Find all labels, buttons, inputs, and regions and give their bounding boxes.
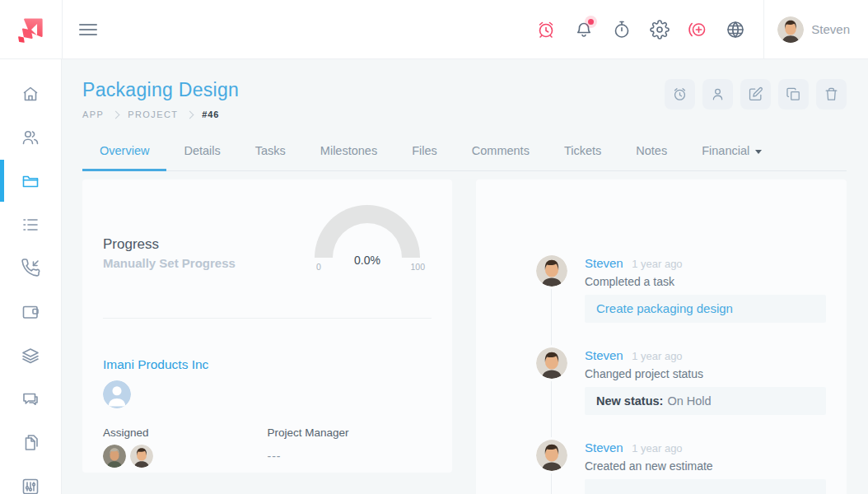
breadcrumb-project[interactable]: PROJECT xyxy=(128,110,178,119)
settings-gear-icon[interactable] xyxy=(650,20,670,40)
status-value: On Hold xyxy=(667,394,711,408)
progress-gauge: 0.0% 0 100 xyxy=(310,200,425,272)
page-actions xyxy=(665,79,847,110)
divider xyxy=(103,318,432,319)
pages-icon xyxy=(21,433,40,453)
edit-button[interactable] xyxy=(740,79,771,110)
activity-item: Steven 1 year ago Created an new estimat… xyxy=(497,440,826,494)
tab-overview[interactable]: Overview xyxy=(100,144,149,170)
user-menu[interactable]: Steven xyxy=(764,16,868,43)
wallet-icon xyxy=(21,302,40,322)
gauge-arc xyxy=(310,200,425,259)
user-link[interactable]: Steven xyxy=(585,256,623,270)
activity-detail-box: New status:On Hold xyxy=(585,387,826,415)
project-manager-value: --- xyxy=(268,450,432,463)
sidebar-item-payments[interactable] xyxy=(0,290,61,333)
caret-down-icon xyxy=(755,150,762,154)
sidebar-item-calls[interactable] xyxy=(0,246,61,290)
globe-icon[interactable] xyxy=(726,20,745,40)
sidebar-item-home[interactable] xyxy=(0,72,61,115)
sidebar-item-clients[interactable] xyxy=(0,115,61,159)
menu-toggle-button[interactable] xyxy=(72,14,104,45)
chat-icon xyxy=(21,389,40,409)
sidebar-item-tasks[interactable] xyxy=(0,203,61,246)
user-avatar xyxy=(777,16,804,43)
activity-action: Completed a task xyxy=(585,274,826,289)
sidebar-nav xyxy=(0,59,62,494)
project-manager-label: Project Manager xyxy=(268,426,432,439)
user-link[interactable]: Steven xyxy=(585,348,623,362)
activity-timestamp: 1 year ago xyxy=(632,258,682,270)
notifications-bell-icon[interactable] xyxy=(574,20,594,40)
activity-timestamp: 1 year ago xyxy=(632,350,682,362)
page-title: Packaging Design xyxy=(82,79,239,101)
timer-icon[interactable] xyxy=(612,20,632,40)
breadcrumb-current: #46 xyxy=(202,110,219,119)
activity-action: Created an new estimate xyxy=(585,459,826,473)
copy-icon xyxy=(786,86,801,102)
activity-item: Steven 1 year ago Changed project status… xyxy=(497,347,826,415)
alarm-clock-icon[interactable] xyxy=(536,20,556,40)
user-link[interactable]: Steven xyxy=(585,440,623,454)
list-icon xyxy=(21,215,40,235)
layers-icon xyxy=(21,346,40,366)
activity-action: Changed project status xyxy=(585,366,826,381)
main-content: Packaging Design APP PROJECT #46 xyxy=(63,59,868,494)
users-icon xyxy=(21,128,40,147)
client-avatar-placeholder xyxy=(103,380,131,408)
sidebar-item-preferences[interactable] xyxy=(0,464,61,494)
sliders-icon xyxy=(21,477,40,494)
progress-subtitle: Manually Set Progress xyxy=(103,256,236,270)
alarm-clock-icon xyxy=(672,86,688,102)
tab-notes[interactable]: Notes xyxy=(636,144,667,170)
sidebar-item-stack[interactable] xyxy=(0,333,61,377)
user-name: Steven xyxy=(811,22,850,36)
project-tabs: Overview Details Tasks Milestones Files … xyxy=(100,144,847,171)
assigned-avatar[interactable] xyxy=(103,445,126,468)
app-logo[interactable] xyxy=(0,0,63,58)
quick-add-icon[interactable] xyxy=(688,20,707,40)
chevron-right-icon xyxy=(186,110,194,119)
home-icon xyxy=(21,84,40,104)
task-link[interactable]: Create packaging design xyxy=(596,301,733,315)
gauge-value: 0.0% xyxy=(310,254,425,267)
activity-user-avatar xyxy=(534,437,570,473)
brand-logo-icon xyxy=(15,13,48,46)
tab-details[interactable]: Details xyxy=(184,144,220,170)
activity-user-avatar xyxy=(534,345,570,381)
activity-timeline: Steven 1 year ago Completed a task Creat… xyxy=(497,255,826,494)
activity-card: Steven 1 year ago Completed a task Creat… xyxy=(476,179,847,494)
notification-dot xyxy=(588,19,594,25)
edit-icon xyxy=(748,86,763,102)
tab-tickets[interactable]: Tickets xyxy=(564,144,601,170)
sidebar-item-chat[interactable] xyxy=(0,377,61,421)
activity-detail-box: Create packaging design xyxy=(585,295,826,323)
sidebar-item-projects[interactable] xyxy=(0,159,61,203)
folder-icon xyxy=(21,171,40,191)
tab-tasks[interactable]: Tasks xyxy=(255,144,286,170)
chevron-right-icon xyxy=(112,110,120,119)
assigned-label: Assigned xyxy=(103,426,268,439)
user-icon xyxy=(710,86,726,102)
delete-button[interactable] xyxy=(816,79,847,110)
duplicate-button[interactable] xyxy=(778,79,809,110)
assigned-avatar[interactable] xyxy=(130,445,153,468)
activity-user-avatar xyxy=(534,253,570,289)
phone-incoming-icon xyxy=(21,259,40,278)
client-link[interactable]: Imani Products Inc xyxy=(103,357,432,372)
tab-comments[interactable]: Comments xyxy=(472,144,530,170)
activity-detail-box xyxy=(585,479,826,494)
activity-item: Steven 1 year ago Completed a task Creat… xyxy=(497,255,826,323)
progress-title: Progress xyxy=(103,236,236,253)
breadcrumb-app[interactable]: APP xyxy=(82,110,104,119)
breadcrumb: APP PROJECT #46 xyxy=(82,110,239,119)
assign-user-button[interactable] xyxy=(702,79,733,110)
tab-financial[interactable]: Financial xyxy=(702,144,762,170)
reminder-button[interactable] xyxy=(665,79,695,110)
tab-milestones[interactable]: Milestones xyxy=(320,144,377,170)
activity-timestamp: 1 year ago xyxy=(632,442,682,454)
progress-card: Progress Manually Set Progress 0.0% 0 10… xyxy=(82,179,452,473)
sidebar-item-documents[interactable] xyxy=(0,421,61,464)
tab-files[interactable]: Files xyxy=(412,144,437,170)
status-label: New status: xyxy=(596,394,663,408)
